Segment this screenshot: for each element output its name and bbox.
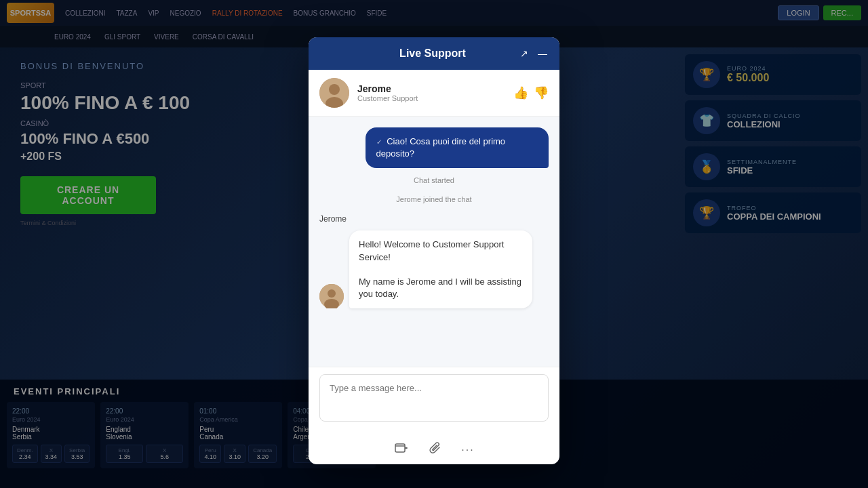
user-message-1: ✓ Ciao! Cosa puoi dire del primo deposit… [319,127,549,168]
chat-expand-button[interactable]: ↗ [519,47,530,60]
agent-bubble-1: Hello! Welcome to Customer Support Servi… [349,230,532,308]
message-input[interactable] [319,374,549,422]
agent-avatar [319,78,349,108]
chat-minimize-button[interactable]: — [536,47,549,60]
status-chat-started: Chat started [319,174,549,187]
agent-msg-line1: Hello! Welcome to Customer Support Servi… [359,239,523,263]
agent-rating: 👍 👎 [513,85,549,100]
chat-overlay: Live Support ↗ — Jerome Customer Support… [0,0,868,488]
svg-point-1 [329,84,340,95]
agent-role: Customer Support [357,94,505,102]
thumbs-down-button[interactable]: 👎 [534,85,549,100]
thumbs-up-button[interactable]: 👍 [513,85,528,100]
agent-name: Jerome [357,83,505,94]
agent-msg-avatar [319,284,344,308]
attachment-icon[interactable] [425,438,445,462]
user-bubble-1: ✓ Ciao! Cosa puoi dire del primo deposit… [366,127,549,168]
svg-point-4 [328,289,336,298]
chat-toolbar: ··· [309,431,559,464]
chat-header-icons: ↗ — [519,47,549,60]
status-jerome-joined: Jerome joined the chat [319,192,549,206]
chat-window: Live Support ↗ — Jerome Customer Support… [309,37,559,464]
user-message-text-1: Ciao! Cosa puoi dire del primo deposito? [376,136,506,159]
agent-msg-line2: My name is Jerome and I will be assistin… [359,276,523,300]
send-icon[interactable] [391,438,411,462]
checkmark-icon: ✓ [376,138,382,146]
chat-title: Live Support [347,47,519,60]
svg-rect-6 [395,444,405,452]
agent-name-in-chat: Jerome [319,211,549,225]
agent-bar: Jerome Customer Support 👍 👎 [309,70,559,117]
chat-input-area [309,367,559,431]
agent-info: Jerome Customer Support [357,83,505,102]
chat-header: Live Support ↗ — [309,37,559,70]
agent-message-1: Hello! Welcome to Customer Support Servi… [319,230,549,308]
chat-messages: ✓ Ciao! Cosa puoi dire del primo deposit… [309,117,559,367]
more-options-icon[interactable]: ··· [458,438,477,462]
